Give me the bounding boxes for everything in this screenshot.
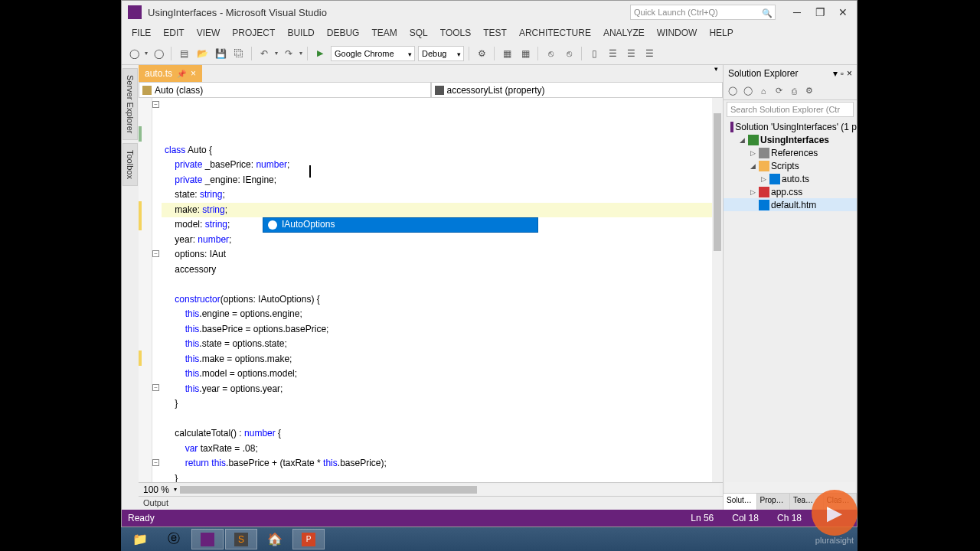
menu-view[interactable]: VIEW bbox=[191, 26, 226, 40]
tool-icon-2[interactable]: ▦ bbox=[499, 46, 514, 61]
pin-icon[interactable]: 📌 bbox=[177, 70, 186, 78]
close-tab-icon[interactable]: × bbox=[191, 68, 196, 79]
tool-tab[interactable]: Prop… bbox=[757, 494, 791, 510]
status-ch: Ch 18 bbox=[777, 513, 802, 523]
taskbar: 📁 ⓔ S 🏠 P bbox=[121, 527, 858, 551]
tool-icon-7[interactable]: ☰ bbox=[605, 46, 620, 61]
tree-item[interactable]: default.htm bbox=[724, 198, 857, 211]
tree-item[interactable]: Solution 'UsingInterfaces' (1 p bbox=[724, 120, 857, 133]
task-ie-icon[interactable]: ⓔ bbox=[158, 529, 190, 549]
tool-icon-5[interactable]: ⎋ bbox=[561, 46, 577, 61]
toggle-icon[interactable]: ⎙ bbox=[788, 85, 800, 97]
server-explorer-tab[interactable]: Server Explorer bbox=[122, 68, 138, 140]
run-target-combo[interactable]: Google Chrome bbox=[331, 46, 415, 61]
props-icon[interactable]: ⚙ bbox=[803, 85, 815, 97]
interface-icon bbox=[268, 220, 277, 230]
tool-tab[interactable]: Solut… bbox=[724, 494, 757, 510]
menu-debug[interactable]: DEBUG bbox=[322, 26, 365, 40]
menu-window[interactable]: WINDOW bbox=[652, 26, 703, 40]
fold-icon[interactable]: − bbox=[152, 459, 159, 466]
play-overlay-icon[interactable]: ▶ bbox=[812, 490, 858, 536]
tool-icon-9[interactable]: ☰ bbox=[642, 46, 657, 61]
statusbar: Ready Ln 56 Col 18 Ch 18 bbox=[122, 510, 857, 527]
member-nav-combo[interactable]: accessoryList (property) bbox=[431, 82, 724, 97]
fold-icon[interactable]: − bbox=[152, 250, 159, 257]
menu-test[interactable]: TEST bbox=[478, 26, 512, 40]
back-icon[interactable]: ◯ bbox=[742, 85, 754, 97]
close-button[interactable]: ✕ bbox=[835, 6, 851, 18]
home2-icon[interactable]: ⌂ bbox=[757, 85, 769, 97]
minimize-button[interactable]: ─ bbox=[789, 6, 805, 18]
document-tabs: auto.ts 📌 × ▾ bbox=[139, 65, 723, 82]
file-tab-label: auto.ts bbox=[145, 68, 172, 79]
watermark: pluralsight bbox=[815, 536, 854, 545]
code-editor[interactable]: − − − − class Auto { private _basePrice:… bbox=[139, 98, 723, 482]
tab-overflow-icon[interactable]: ▾ bbox=[710, 65, 723, 82]
file-tab-auto-ts[interactable]: auto.ts 📌 × bbox=[139, 65, 202, 82]
titlebar: UsingInterfaces - Microsoft Visual Studi… bbox=[122, 1, 857, 24]
menu-architecture[interactable]: ARCHITECTURE bbox=[514, 26, 596, 40]
zoom-combo[interactable]: 100 % bbox=[139, 484, 174, 495]
nav-fwd-icon[interactable]: ◯ bbox=[151, 46, 166, 61]
sync-icon[interactable]: ⟳ bbox=[773, 85, 785, 97]
window-title: UsingInterfaces - Microsoft Visual Studi… bbox=[148, 7, 624, 18]
tree-item[interactable]: ▷auto.ts bbox=[724, 172, 857, 185]
panel-title: Solution Explorer bbox=[728, 68, 798, 79]
tool-icon-1[interactable]: ⚙ bbox=[474, 46, 489, 61]
tree-item[interactable]: ▷app.css bbox=[724, 185, 857, 198]
tool-icon-4[interactable]: ⎋ bbox=[543, 46, 558, 61]
menu-team[interactable]: TEAM bbox=[366, 26, 402, 40]
menu-build[interactable]: BUILD bbox=[282, 26, 319, 40]
tree-item[interactable]: ▷References bbox=[724, 146, 857, 159]
menubar: FILEEDITVIEWPROJECTBUILDDEBUGTEAMSQLTOOL… bbox=[122, 24, 857, 42]
undo-icon[interactable]: ↶ bbox=[256, 46, 272, 61]
task-vs-icon[interactable] bbox=[191, 529, 224, 549]
redo-icon[interactable]: ↷ bbox=[281, 46, 296, 61]
menu-sql[interactable]: SQL bbox=[404, 26, 433, 40]
menu-help[interactable]: HELP bbox=[704, 26, 738, 40]
menu-edit[interactable]: EDIT bbox=[158, 26, 189, 40]
task-sublime-icon[interactable]: S bbox=[225, 529, 257, 549]
code-content: class Auto { private _basePrice: number;… bbox=[165, 143, 723, 483]
config-combo[interactable]: Debug bbox=[418, 46, 464, 61]
left-tab-well: Server Explorer Toolbox bbox=[122, 65, 139, 510]
menu-analyze[interactable]: ANALYZE bbox=[598, 26, 650, 40]
start-button[interactable]: ▶ bbox=[312, 46, 328, 61]
class-icon bbox=[142, 86, 152, 95]
vs-window: UsingInterfaces - Microsoft Visual Studi… bbox=[121, 0, 858, 527]
new-project-icon[interactable]: ▤ bbox=[176, 46, 191, 61]
nav-back-icon[interactable]: ◯ bbox=[126, 46, 142, 61]
output-panel-tab[interactable]: Output bbox=[139, 496, 723, 510]
open-file-icon[interactable]: 📂 bbox=[194, 46, 210, 61]
task-home-icon[interactable]: 🏠 bbox=[259, 529, 291, 549]
status-ready: Ready bbox=[128, 513, 155, 523]
tree-item[interactable]: ◢UsingInterfaces bbox=[724, 133, 857, 146]
tree-item[interactable]: ◢Scripts bbox=[724, 159, 857, 172]
intellisense-popup[interactable]: IAutoOptions bbox=[263, 217, 538, 233]
fold-icon[interactable]: − bbox=[152, 101, 159, 108]
tool-icon-3[interactable]: ▦ bbox=[518, 46, 533, 61]
property-icon bbox=[435, 86, 444, 95]
editor-h-scrollbar[interactable] bbox=[180, 484, 720, 495]
search-solution-input[interactable]: Search Solution Explorer (Ctr bbox=[727, 102, 854, 117]
save-icon[interactable]: 💾 bbox=[213, 46, 228, 61]
panel-pin-icon[interactable]: ▫ bbox=[841, 68, 844, 79]
solution-tree[interactable]: Solution 'UsingInterfaces' (1 p◢UsingInt… bbox=[724, 119, 857, 482]
home-icon[interactable]: ◯ bbox=[727, 85, 739, 97]
menu-file[interactable]: FILE bbox=[126, 26, 156, 40]
tool-icon-6[interactable]: ▯ bbox=[586, 46, 602, 61]
menu-project[interactable]: PROJECT bbox=[227, 26, 280, 40]
save-all-icon[interactable]: ⿻ bbox=[231, 46, 247, 61]
task-ppt-icon[interactable]: P bbox=[292, 529, 325, 549]
panel-close-icon[interactable]: × bbox=[847, 68, 852, 79]
tool-icon-8[interactable]: ☰ bbox=[623, 46, 639, 61]
menu-tools[interactable]: TOOLS bbox=[435, 26, 476, 40]
quick-launch-input[interactable]: Quick Launch (Ctrl+Q) bbox=[630, 5, 776, 20]
toolbox-tab[interactable]: Toolbox bbox=[122, 143, 138, 186]
type-nav-combo[interactable]: Auto (class) bbox=[139, 82, 431, 97]
fold-icon[interactable]: − bbox=[152, 384, 159, 391]
solution-explorer: Solution Explorer ▾ ▫ × ◯ ◯ ⌂ ⟳ ⎙ ⚙ Sear… bbox=[723, 65, 857, 510]
restore-button[interactable]: ❐ bbox=[812, 6, 828, 18]
task-explorer-icon[interactable]: 📁 bbox=[124, 529, 156, 549]
panel-menu-icon[interactable]: ▾ bbox=[833, 68, 838, 79]
